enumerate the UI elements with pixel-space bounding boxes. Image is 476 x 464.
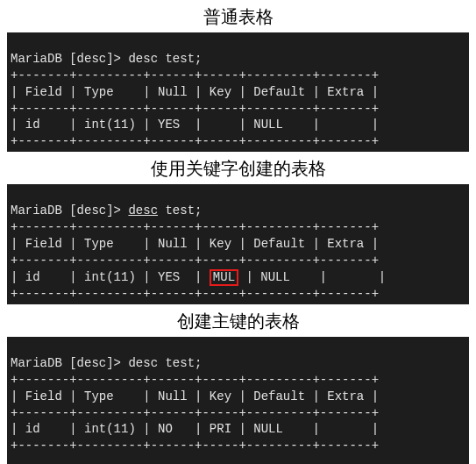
- border-3b: +-------+---------+------+-----+--------…: [11, 406, 379, 420]
- key-cell-2-highlight: MUL: [210, 269, 238, 286]
- row-pre-2: | id | int(11) | YES |: [11, 270, 210, 284]
- border-2a: +-------+---------+------+-----+--------…: [11, 220, 379, 234]
- header-2: | Field | Type | Null | Key | Default | …: [11, 237, 379, 251]
- command-3: desc test;: [128, 356, 202, 370]
- header-3: | Field | Type | Null | Key | Default | …: [11, 389, 379, 403]
- terminal-block-2: MariaDB [desc]> desc test; +-------+----…: [7, 184, 469, 304]
- row-post-3: | NULL | |: [231, 422, 379, 436]
- prompt-3: MariaDB [desc]>: [11, 356, 128, 370]
- border-2b: +-------+---------+------+-----+--------…: [11, 253, 379, 268]
- section-caption-1: 普通表格: [0, 5, 476, 29]
- command-2: desc: [128, 203, 158, 218]
- prompt-2: MariaDB [desc]>: [11, 203, 128, 218]
- terminal-block-1: MariaDB [desc]> desc test; +-------+----…: [7, 32, 469, 152]
- border-1b: +-------+---------+------+-----+--------…: [11, 102, 379, 116]
- border-1a: +-------+---------+------+-----+--------…: [11, 68, 379, 82]
- row-pre-3: | id | int(11) | NO |: [11, 422, 210, 436]
- header-1: | Field | Type | Null | Key | Default | …: [11, 85, 379, 99]
- command-2b: test;: [158, 203, 202, 218]
- row-pre-1: | id | int(11) | YES |: [11, 118, 210, 132]
- section-caption-2: 使用关键字创建的表格: [0, 157, 476, 181]
- border-3a: +-------+---------+------+-----+--------…: [11, 373, 379, 387]
- border-2c: +-------+---------+------+-----+--------…: [11, 287, 379, 301]
- row-post-2: | NULL | |: [238, 270, 386, 284]
- key-cell-3: PRI: [210, 422, 231, 436]
- terminal-block-3: MariaDB [desc]> desc test; +-------+----…: [7, 337, 469, 464]
- row-post-1: | NULL | |: [231, 118, 379, 132]
- border-1c: +-------+---------+------+-----+--------…: [11, 134, 379, 148]
- border-3c: +-------+---------+------+-----+--------…: [11, 439, 379, 453]
- command-1: desc test;: [128, 52, 202, 66]
- section-caption-3: 创建主键的表格: [0, 310, 476, 333]
- key-cell-1: [210, 118, 231, 132]
- prompt-1: MariaDB [desc]>: [11, 52, 128, 66]
